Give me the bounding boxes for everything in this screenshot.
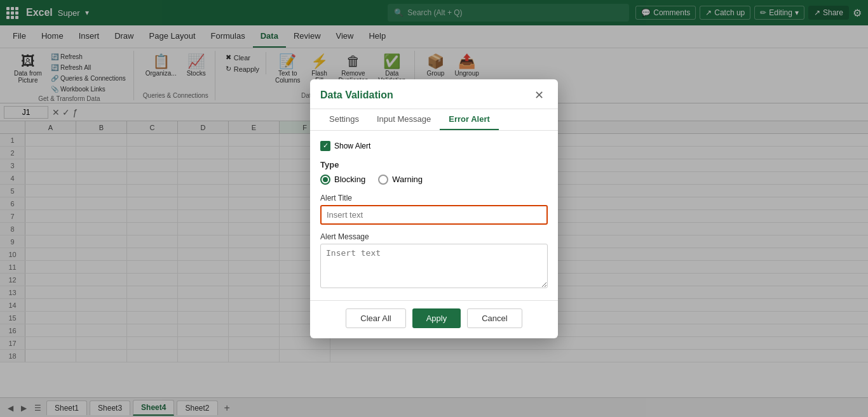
dialog-close-button[interactable]: ✕ xyxy=(531,87,548,103)
apply-button[interactable]: Apply xyxy=(412,308,461,328)
dialog-header: Data Validation ✕ xyxy=(310,79,558,109)
show-alert-label: Show Alert xyxy=(334,142,370,150)
modal-overlay: Data Validation ✕ Settings Input Message… xyxy=(0,0,868,417)
radio-blocking-circle xyxy=(320,175,330,185)
alert-message-label: Alert Message xyxy=(320,232,548,241)
dialog-body: Show Alert Type Blocking Warning Alert T… xyxy=(310,131,558,300)
show-alert-checkbox[interactable] xyxy=(320,141,330,151)
cancel-button[interactable]: Cancel xyxy=(467,308,522,328)
dialog-tab-input-message[interactable]: Input Message xyxy=(368,109,440,130)
dialog-title: Data Validation xyxy=(320,89,393,101)
radio-warning-label: Warning xyxy=(392,175,423,184)
type-label: Type xyxy=(320,160,548,169)
alert-message-input[interactable] xyxy=(320,244,548,288)
radio-warning-circle xyxy=(378,175,388,185)
radio-blocking[interactable]: Blocking xyxy=(320,175,365,185)
radio-row: Blocking Warning xyxy=(320,175,548,185)
data-validation-dialog: Data Validation ✕ Settings Input Message… xyxy=(310,79,558,338)
dialog-tabs: Settings Input Message Error Alert xyxy=(310,109,558,131)
dialog-footer: Clear All Apply Cancel xyxy=(310,300,558,338)
radio-blocking-label: Blocking xyxy=(334,175,365,184)
alert-title-input[interactable] xyxy=(320,205,548,225)
clear-all-button[interactable]: Clear All xyxy=(346,308,405,328)
alert-title-label: Alert Title xyxy=(320,194,548,202)
dialog-tab-settings[interactable]: Settings xyxy=(320,109,368,130)
show-alert-row: Show Alert xyxy=(320,141,548,151)
radio-warning[interactable]: Warning xyxy=(378,175,423,185)
dialog-tab-error-alert[interactable]: Error Alert xyxy=(440,109,499,130)
